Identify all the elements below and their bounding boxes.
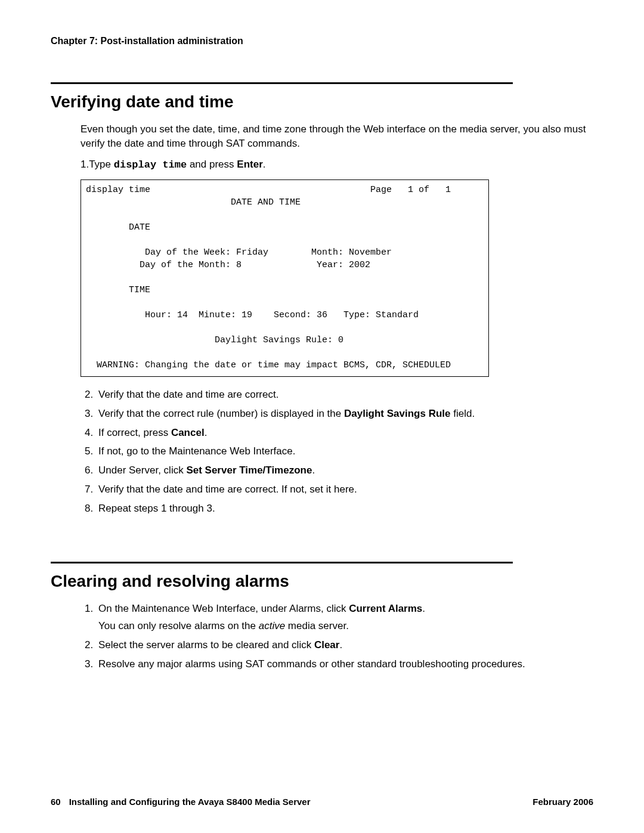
step-3: Verify that the correct rule (number) is…: [96, 407, 593, 421]
step3-b: Daylight Savings Rule: [344, 408, 451, 419]
step6-c: .: [312, 465, 315, 476]
alarm1-a: On the Maintenance Web Interface, under …: [98, 603, 349, 614]
page-container: Chapter 7: Post-installation administrat…: [0, 0, 644, 833]
alarm2-b: Clear: [314, 639, 340, 651]
section-title-clearing: Clearing and resolving alarms: [51, 572, 593, 591]
intro-paragraph: Even though you set the date, time, and …: [80, 122, 593, 151]
section-title-verifying: Verifying date and time: [51, 92, 593, 112]
section-rule: [51, 82, 513, 84]
step3-c: field.: [451, 408, 475, 419]
step4-b: Cancel: [171, 427, 205, 438]
alarm-step-1: On the Maintenance Web Interface, under …: [96, 602, 593, 634]
alarm1-b: Current Alarms: [349, 603, 422, 614]
section-rule-2: [51, 562, 513, 563]
footer-doc-title: Installing and Configuring the Avaya S84…: [69, 797, 311, 807]
alarm1-c: .: [422, 603, 425, 614]
alarm1-sub-b: active: [259, 620, 285, 631]
alarm1-sub: You can only resolve alarms on the activ…: [98, 619, 593, 633]
alarm-step-3: Resolve any major alarms using SAT comma…: [96, 657, 593, 671]
alarm-step-2: Select the server alarms to be cleared a…: [96, 638, 593, 652]
page-footer: 60 Installing and Configuring the Avaya …: [51, 797, 593, 807]
chapter-header: Chapter 7: Post-installation administrat…: [51, 36, 593, 47]
alarm2-c: .: [339, 639, 342, 651]
step6-a: Under Server, click: [98, 465, 186, 476]
step4-a: If correct, press: [98, 427, 171, 438]
step6-b: Set Server Time/Timezone: [186, 465, 312, 476]
step1-key: Enter: [237, 159, 262, 170]
step3-a: Verify that the correct rule (number) is…: [98, 408, 344, 419]
alarm1-sub-c: media server.: [285, 620, 349, 631]
step-6: Under Server, click Set Server Time/Time…: [96, 463, 593, 478]
step1-prefix: 1.Type: [80, 159, 114, 170]
step1-end: .: [263, 159, 266, 170]
page-number: 60: [51, 797, 61, 807]
step-2: Verify that the date and time are correc…: [96, 388, 593, 402]
step-1: 1.Type display time and press Enter.: [80, 157, 593, 173]
step-5: If not, go to the Maintenance Web Interf…: [96, 444, 593, 459]
footer-date: February 2006: [532, 797, 593, 807]
step1-command: display time: [114, 159, 187, 171]
step4-c: .: [205, 427, 208, 438]
step1-suffix: and press: [187, 159, 237, 170]
steps-list-2: On the Maintenance Web Interface, under …: [80, 602, 593, 671]
step-8: Repeat steps 1 through 3.: [96, 501, 593, 516]
step-7: Verify that the date and time are correc…: [96, 482, 593, 497]
terminal-output: display time Page 1 of 1 DATE AND TIME D…: [80, 179, 489, 377]
alarm1-sub-a: You can only resolve alarms on the: [98, 620, 259, 631]
alarm2-a: Select the server alarms to be cleared a…: [98, 639, 314, 651]
steps-list-1: Verify that the date and time are correc…: [80, 388, 593, 516]
step-4: If correct, press Cancel.: [96, 426, 593, 440]
